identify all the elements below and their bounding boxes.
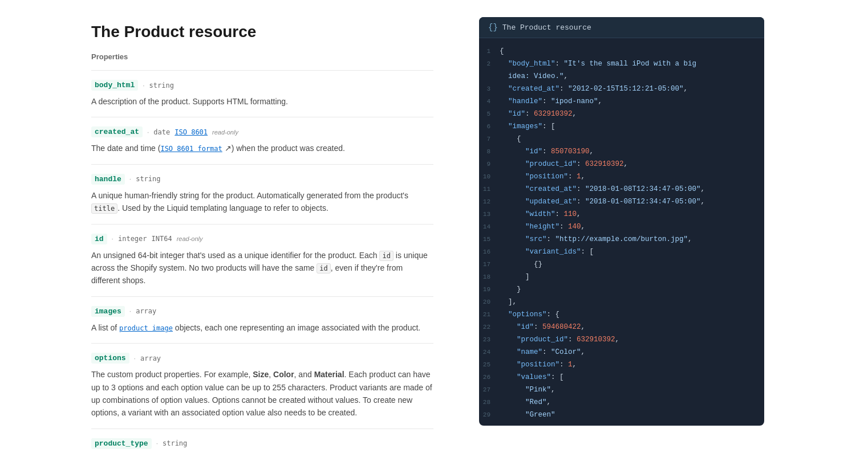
section-heading: Properties (91, 52, 433, 61)
line-content: { (500, 133, 755, 145)
property-handle: handle · string A unique human-friendly … (91, 164, 433, 224)
property-desc: A unique human-friendly string for the p… (91, 189, 433, 215)
dot-sep: · (156, 439, 158, 447)
property-name-row: images · array (91, 306, 433, 317)
dot-sep: · (147, 128, 149, 136)
code-line: 6 "images": [ (479, 120, 764, 133)
property-name-row: created_at · date ISO 8601 read-only (91, 126, 433, 137)
line-number: 9 (479, 158, 500, 170)
type-badge: date (153, 128, 170, 136)
property-name: id (91, 234, 107, 244)
line-number: 21 (479, 309, 500, 320)
line-number: 4 (479, 96, 500, 107)
inline-code-id1: id (379, 251, 393, 261)
line-number: 7 (479, 133, 500, 145)
page-title: The Product resource (91, 23, 433, 41)
line-content: "Red", (500, 397, 755, 408)
line-number: 22 (479, 321, 500, 333)
code-line: 24 "name": "Color", (479, 346, 764, 358)
line-content: ] (500, 271, 755, 283)
code-line: 7 { (479, 133, 764, 145)
line-content: "id": 632910392, (500, 108, 755, 120)
dot-sep: · (134, 354, 136, 362)
property-created-at: created_at · date ISO 8601 read-only The… (91, 117, 433, 164)
code-line: 20 ], (479, 296, 764, 308)
property-images: images · array A list of product image o… (91, 296, 433, 343)
property-name: handle (91, 174, 125, 185)
dot-sep: · (129, 175, 131, 183)
code-line: 15 "src": "http://example.com/burton.jpg… (479, 233, 764, 246)
iso-8601-format-link[interactable]: ISO 8601 format (160, 145, 222, 153)
line-content: "Green" (500, 409, 755, 421)
property-desc: A list of product image objects, each on… (91, 321, 433, 334)
line-number: 27 (479, 384, 500, 395)
property-name-row: handle · string (91, 174, 433, 185)
line-content: "product_id": 632910392, (500, 334, 755, 345)
line-content: "id": 850703190, (500, 146, 755, 157)
line-content: "updated_at": "2018-01-08T12:34:47-05:00… (500, 196, 755, 207)
line-number: 8 (479, 146, 500, 157)
inline-code-title: title (91, 203, 117, 214)
property-name: product_type (91, 438, 152, 449)
bold-material: Material (314, 370, 344, 379)
code-line: 10 "position": 1, (479, 170, 764, 183)
line-number: 14 (479, 221, 500, 232)
line-number: 11 (479, 183, 500, 195)
dot-sep: · (143, 81, 144, 89)
code-line: 13 "width": 110, (479, 208, 764, 221)
line-number: 29 (479, 409, 500, 421)
code-line: 2 "body_html": "It's the small iPod with… (479, 58, 764, 70)
code-line: 25 "position": 1, (479, 358, 764, 371)
type-badge-integer: integer (118, 235, 147, 243)
property-name-row: product_type · string (91, 438, 433, 449)
property-name: options (91, 353, 129, 364)
property-name: body_html (91, 80, 138, 91)
property-options: options · array The custom product prope… (91, 343, 433, 428)
property-name: created_at (91, 126, 143, 137)
code-block: {} The Product resource 1{2 "body_html":… (479, 17, 764, 426)
line-number: 3 (479, 83, 500, 95)
code-line: 12 "updated_at": "2018-01-08T12:34:47-05… (479, 195, 764, 208)
code-line: 14 "height": 140, (479, 221, 764, 233)
line-number: 12 (479, 196, 500, 207)
property-name-row: id · integer INT64 read-only (91, 234, 433, 244)
code-header-title: The Product resource (502, 23, 591, 32)
code-line: 18 ] (479, 271, 764, 283)
line-number: 16 (479, 246, 500, 258)
type-badge: string (136, 175, 160, 183)
bold-color: Color (273, 370, 294, 379)
line-number: 13 (479, 209, 500, 220)
line-content: "body_html": "It's the small iPod with a… (500, 58, 755, 70)
property-name-row: options · array (91, 353, 433, 364)
property-name-row: body_html · string (91, 80, 433, 91)
line-content: "options": { (500, 309, 755, 320)
bold-size: Size (253, 370, 269, 379)
line-content: "position": 1, (500, 171, 755, 182)
property-body-html: body_html · string A description of the … (91, 70, 433, 117)
product-image-link[interactable]: product image (119, 324, 173, 332)
line-content: "variant_ids": [ (500, 246, 755, 258)
line-content: "handle": "ipod-nano", (500, 96, 755, 107)
line-number: 24 (479, 346, 500, 358)
code-line: 21 "options": { (479, 308, 764, 321)
line-content: } (500, 284, 755, 295)
property-desc: The date and time (ISO 8601 format ↗) wh… (91, 142, 433, 154)
property-product-type: product_type · string A categorization f… (91, 428, 433, 453)
line-number: 2 (479, 58, 500, 70)
line-content: "src": "http://example.com/burton.jpg", (500, 234, 755, 245)
dot-sep: · (129, 307, 131, 315)
line-content: "created_at": "2012-02-15T15:12:21-05:00… (500, 83, 755, 95)
iso-8601-link[interactable]: ISO 8601 (175, 128, 208, 136)
line-content: "Pink", (500, 384, 755, 395)
line-content: idea: Video.", (500, 71, 755, 82)
code-line: 16 "variant_ids": [ (479, 246, 764, 258)
code-body[interactable]: 1{2 "body_html": "It's the small iPod wi… (479, 38, 764, 426)
line-content: "values": [ (500, 372, 755, 383)
left-panel: The Product resource Properties body_htm… (0, 0, 468, 453)
line-content: "created_at": "2018-01-08T12:34:47-05:00… (500, 183, 755, 195)
line-content: "width": 110, (500, 209, 755, 220)
line-content: "name": "Color", (500, 346, 755, 358)
line-number: 5 (479, 108, 500, 120)
type-badge: string (149, 81, 174, 89)
line-content: "height": 140, (500, 221, 755, 232)
